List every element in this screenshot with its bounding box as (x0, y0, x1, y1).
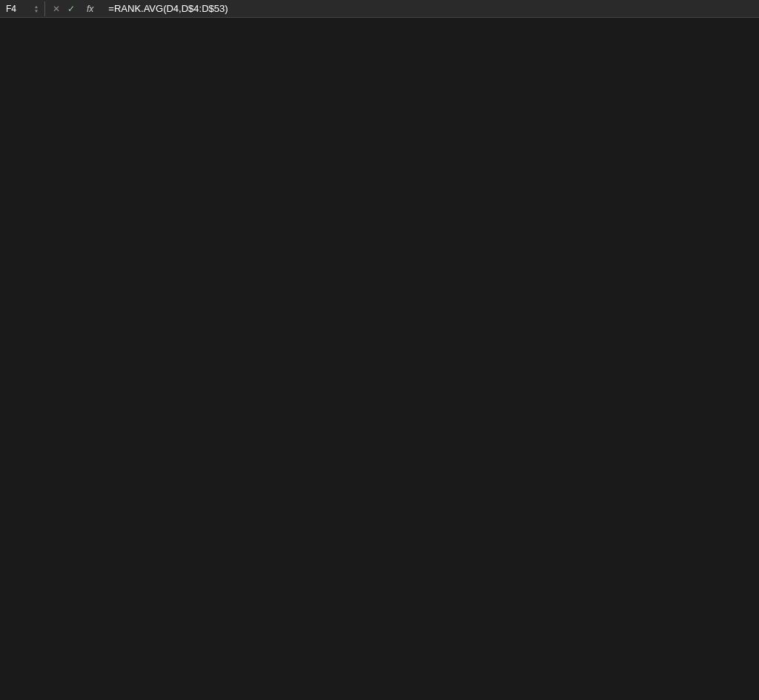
cell-ref-text: F4 (6, 4, 16, 14)
cell-reference-box[interactable]: F4 ▲▼ (0, 4, 44, 14)
formula-bar-icons: ✕ ✓ fx (45, 4, 105, 14)
cancel-icon[interactable]: ✕ (53, 4, 60, 14)
fx-icon[interactable]: fx (82, 4, 98, 14)
accept-icon[interactable]: ✓ (67, 4, 75, 14)
formula-input[interactable] (105, 3, 759, 14)
formula-bar: F4 ▲▼ ✕ ✓ fx (0, 0, 759, 18)
cell-ref-dropdown-icon[interactable]: ▲▼ (34, 4, 39, 13)
